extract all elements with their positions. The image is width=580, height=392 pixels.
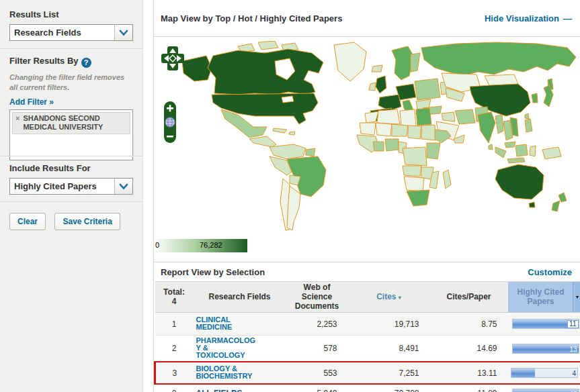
active-filters-box: × SHANDONG SECOND MEDICAL UNIVERSITY: [9, 109, 133, 160]
highlighted-table-row: 3 BIOLOGY & BIOCHEMISTRY 553 7,251 13.11…: [155, 362, 580, 384]
include-results-section: Include Results For Highly Cited Papers: [0, 156, 142, 201]
remove-filter-icon[interactable]: ×: [15, 114, 19, 133]
hcp-bar-value: 13: [569, 345, 577, 354]
include-results-selected: Highly Cited Papers: [10, 179, 114, 194]
hcp-bar: 13: [512, 344, 579, 354]
scale-max-label: 76,282: [200, 241, 222, 249]
docs-cell: 553: [286, 362, 348, 384]
sort-down-icon: ▾: [399, 295, 401, 301]
hide-visualization-link[interactable]: Hide Visualization—: [485, 13, 572, 23]
total-header: Total: 4: [155, 282, 194, 313]
cites-per-paper-cell: 11.89: [430, 384, 508, 392]
results-list-section: Results List Research Fields: [0, 0, 142, 48]
cites-sort-link[interactable]: Cites ▾: [376, 292, 401, 301]
cites-per-paper-header: Cites/Paper: [430, 282, 508, 313]
map-view-header: Map View by Top / Hot / Highly Cited Pap…: [154, 0, 580, 37]
criteria-buttons-section: Clear Save Criteria: [0, 201, 142, 392]
highly-cited-papers-header[interactable]: Highly Cited Papers▼: [508, 282, 580, 313]
world-map-visualization: 0 76,282: [154, 37, 580, 262]
cites-per-paper-cell: 8.75: [430, 313, 508, 336]
rank-cell: 3: [155, 362, 194, 384]
hcp-bar-value: 4: [572, 369, 576, 378]
help-icon[interactable]: ?: [81, 58, 91, 68]
map-pan-control[interactable]: [159, 44, 186, 72]
hcp-bar-value: 43: [569, 390, 577, 392]
results-list-dropdown[interactable]: Research Fields: [9, 24, 133, 41]
filter-chip[interactable]: × SHANDONG SECOND MEDICAL UNIVERSITY: [12, 112, 130, 135]
chevron-down-icon[interactable]: [114, 25, 132, 40]
cites-cell: 70,708: [348, 384, 430, 392]
documents-header: Web of Science Documents: [286, 282, 348, 313]
filter-sidebar: Results List Research Fields Filter Resu…: [0, 0, 143, 392]
filter-chip-label: SHANDONG SECOND MEDICAL UNIVERSITY: [23, 114, 127, 133]
minus-icon: —: [563, 13, 572, 23]
clear-button[interactable]: Clear: [9, 213, 46, 230]
research-fields-header: Research Fields: [194, 282, 286, 313]
table-header-row: Total: 4 Research Fields Web of Science …: [155, 282, 580, 313]
cites-cell: 7,251: [348, 362, 430, 384]
map-view-title: Map View by Top / Hot / Highly Cited Pap…: [161, 13, 342, 23]
save-criteria-button[interactable]: Save Criteria: [54, 213, 120, 230]
customize-link[interactable]: Customize: [528, 267, 572, 277]
field-link[interactable]: PHARMACOLOG Y & TOXICOLOGY: [196, 337, 256, 359]
cites-cell: 8,491: [348, 336, 430, 362]
map-zoom-control[interactable]: [163, 101, 177, 144]
report-view-header: Report View by Selection Customize: [154, 262, 580, 281]
include-results-dropdown[interactable]: Highly Cited Papers: [9, 178, 133, 195]
include-results-label: Include Results For: [9, 163, 133, 173]
cites-per-paper-cell: 13.11: [430, 362, 508, 384]
results-list-label: Results List: [9, 9, 133, 19]
field-link[interactable]: BIOLOGY & BIOCHEMISTRY: [196, 365, 253, 380]
hcp-bar: 43: [512, 389, 579, 392]
choropleth-world-map[interactable]: [174, 41, 580, 236]
report-view-title: Report View by Selection: [161, 267, 265, 277]
column-dropdown-icon[interactable]: ▼: [573, 282, 580, 312]
rank-cell: 1: [155, 313, 194, 336]
add-filter-link[interactable]: Add Filter »: [9, 97, 54, 107]
table-row: 2 PHARMACOLOG Y & TOXICOLOGY 578 8,491 1…: [155, 336, 580, 362]
all-fields-row: 0 ALL FIELDS 5,949 70,708 11.89 43: [155, 384, 580, 392]
cites-cell: 19,713: [348, 313, 430, 336]
table-row: 1 CLINICAL MEDICINE 2,253 19,713 8.75 11: [155, 313, 580, 336]
filter-note: Changing the filter field removes all cu…: [9, 72, 133, 93]
report-table: Total: 4 Research Fields Web of Science …: [154, 281, 580, 392]
hcp-bar: 4: [511, 368, 578, 378]
choropleth-color-scale: 0 76,282: [154, 239, 247, 252]
results-list-selected: Research Fields: [10, 25, 114, 40]
globe-icon: [165, 117, 175, 127]
docs-cell: 5,949: [286, 384, 348, 392]
zoom-out-icon: [167, 136, 173, 138]
filter-results-section: Filter Results By? Changing the filter f…: [0, 48, 142, 156]
cites-per-paper-cell: 14.69: [430, 336, 508, 362]
hcp-bar: 11: [512, 319, 579, 329]
rank-cell: 0: [155, 384, 194, 392]
scale-min-label: 0: [155, 241, 159, 249]
field-link[interactable]: CLINICAL MEDICINE: [196, 316, 233, 331]
filter-results-title: Filter Results By?: [9, 56, 133, 68]
docs-cell: 2,253: [286, 313, 348, 336]
docs-cell: 578: [286, 336, 348, 362]
rank-cell: 2: [155, 336, 194, 362]
cites-header: Cites ▾: [348, 282, 430, 313]
hcp-bar-value: 11: [567, 320, 578, 328]
main-panel: Map View by Top / Hot / Highly Cited Pap…: [153, 0, 580, 392]
chevron-down-icon[interactable]: [114, 179, 132, 194]
